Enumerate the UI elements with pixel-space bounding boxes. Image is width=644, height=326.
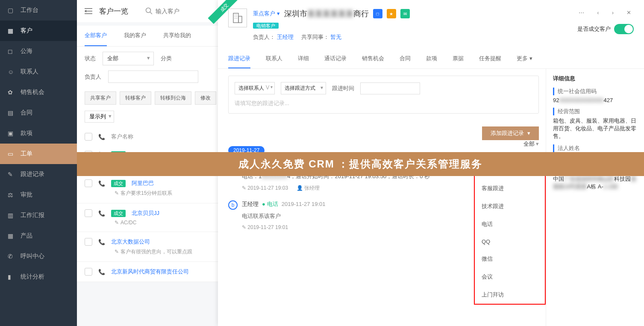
bag-icon: ✿ [8, 89, 15, 96]
row-checkbox[interactable] [85, 179, 92, 187]
svg-rect-1 [233, 13, 238, 23]
tab-more[interactable]: 更多 ▾ [517, 50, 532, 68]
row-checkbox[interactable] [85, 238, 92, 246]
edit-icon: ✎ [242, 185, 246, 191]
action-btn-2[interactable]: ★ [387, 9, 396, 18]
filter-status-label: 状态 [85, 55, 96, 62]
sidebar-item-analytics[interactable]: ▮统计分析 [0, 267, 77, 287]
sidebar-item-payment[interactable]: ▣款项 [0, 123, 77, 144]
sidebar-item-customer[interactable]: ▦客户 [0, 21, 77, 41]
tab-calllog[interactable]: 通话记录 [324, 50, 347, 68]
filter-owner-label: 负责人 [85, 73, 101, 81]
deal-toggle[interactable] [614, 24, 634, 34]
sidebar-item-contract[interactable]: ▤合同 [0, 103, 77, 123]
side-detail-panel: 详细信息 统一社会信用码 92XXXXXXXXXXXX427 经营范围 箱包、皮… [546, 69, 644, 326]
add-followup-button[interactable]: 添加跟进记录 [482, 126, 539, 140]
sidebar-item-product[interactable]: ▦产品 [0, 226, 77, 246]
phone-icon[interactable]: 📞 [98, 239, 105, 245]
row-checkbox[interactable] [85, 268, 92, 276]
sidebar-item-followup[interactable]: ✎跟进记录 [0, 164, 77, 185]
row-checkbox[interactable] [85, 209, 92, 217]
tab-followup[interactable]: 跟进记录 [228, 50, 250, 68]
customer-link[interactable]: 阿里巴巴 [132, 179, 154, 187]
select-all-checkbox[interactable] [85, 133, 92, 141]
sidebar-item-pool[interactable]: ◻公海 [0, 41, 77, 62]
dropdown-item[interactable]: 会议 [475, 268, 545, 286]
tab-opportunity[interactable]: 销售机会 [362, 50, 384, 68]
scale-icon: ⚖ [8, 191, 15, 198]
customer-link[interactable]: 北京大数据公司 [111, 238, 150, 246]
followup-type-dropdown: 全部 客服跟进 技术跟进 电话 QQ 微信 会议 上门拜访 [474, 161, 546, 305]
edit-icon: ✎ [242, 224, 246, 230]
tab-all[interactable]: 全部客户 [85, 26, 107, 46]
tab-task[interactable]: 任务提醒 [479, 50, 501, 68]
note-icon: ✎ [8, 171, 15, 178]
sidebar-item-contacts[interactable]: ☺联系人 [0, 62, 77, 82]
important-customer-tag[interactable]: 重点客户 ▾ [253, 10, 280, 18]
edit-icon: ✎ [115, 220, 119, 226]
ticket-icon: ▭ [8, 150, 15, 157]
timeline-filter-all[interactable]: 全部 [523, 140, 539, 148]
tab-payment[interactable]: 款项 [426, 50, 437, 68]
search-icon[interactable] [145, 7, 153, 15]
tab-mine[interactable]: 我的客户 [124, 26, 146, 46]
svg-rect-2 [238, 16, 242, 23]
filter-status-select[interactable]: 全部 [103, 52, 154, 65]
select-method[interactable]: 选择跟进方式 [281, 82, 326, 94]
show-columns-button[interactable]: 显示列 [85, 111, 114, 123]
dropdown-item[interactable]: 客服跟进 [475, 179, 545, 197]
action-transfer[interactable]: 转移客户 [120, 91, 151, 105]
collapse-sidebar-icon[interactable] [85, 8, 92, 14]
report-icon: ▥ [8, 212, 15, 219]
sidebar-item-approval[interactable]: ⚖审批 [0, 185, 77, 205]
dropdown-item[interactable]: QQ [475, 233, 545, 250]
phone-icon[interactable]: 📞 [98, 180, 105, 187]
follow-textarea[interactable]: 请填写您的跟进记录... [235, 100, 532, 107]
action-share[interactable]: 共享客户 [85, 91, 116, 105]
column-customer-name[interactable]: 客户名称 [111, 133, 133, 141]
next-icon[interactable]: › [609, 9, 616, 17]
legal-name-label: 法人姓名 [553, 144, 637, 152]
tab-invoice[interactable]: 票据 [453, 50, 464, 68]
grid-icon: ▦ [8, 232, 15, 239]
close-icon[interactable]: ✕ [624, 9, 634, 17]
edit-icon: ✎ [115, 190, 119, 196]
action-modify[interactable]: 修改 [195, 91, 216, 105]
sidebar-item-opportunity[interactable]: ✿销售机会 [0, 82, 77, 103]
tab-contacts[interactable]: 联系人 [266, 50, 282, 68]
filter-owner-input[interactable] [108, 70, 198, 83]
sidebar-item-workbench[interactable]: ▢工作台 [0, 0, 77, 21]
phone-icon[interactable]: 📞 [98, 210, 105, 217]
prev-icon[interactable]: ‹ [594, 9, 601, 17]
customer-link[interactable]: 北京新风时代商贸有限责任公司 [111, 268, 189, 276]
phone-icon[interactable]: 📞 [98, 269, 105, 275]
building-icon: ▦ [8, 27, 15, 34]
phone-icon: ✆ [8, 253, 15, 260]
owner-label: 负责人： [253, 34, 275, 40]
follow-time-input[interactable] [360, 82, 420, 94]
share-value[interactable]: 暂无 [330, 34, 341, 40]
action-btn-1[interactable]: □ [373, 9, 382, 18]
owner-link[interactable]: 王经理 [277, 34, 294, 40]
dropdown-item[interactable]: 上门拜访 [475, 286, 545, 304]
dropdown-item[interactable]: 微信 [475, 250, 545, 268]
select-contact[interactable]: 选择联系人 [235, 82, 275, 94]
avatar-icon: b [228, 200, 238, 210]
status-badge: 成交 [111, 180, 126, 187]
tab-contract[interactable]: 合同 [400, 50, 411, 68]
dropdown-item[interactable]: 电话 [475, 215, 545, 233]
sidebar-item-report[interactable]: ▥工作汇报 [0, 205, 77, 226]
sidebar-item-callcenter[interactable]: ✆呼叫中心 [0, 246, 77, 267]
tab-detail[interactable]: 详细 [298, 50, 309, 68]
tab-shared[interactable]: 共享给我的 [163, 26, 191, 46]
action-btn-3[interactable]: ✉ [400, 9, 410, 18]
customer-link[interactable]: 北京贝贝JJ [132, 209, 159, 217]
scope-value: 箱包、皮具、服装、家用电器、日用百货、化妆品、电子产品批发零售。 [553, 117, 637, 140]
dropdown-item[interactable]: 技术跟进 [475, 197, 545, 215]
action-to-pool[interactable]: 转移到公海 [155, 91, 191, 105]
sidebar-item-ticket[interactable]: ▭工单 [0, 144, 77, 164]
follow-compose-box: 选择联系人 选择跟进方式 跟进时间 请填写您的跟进记录... [228, 76, 539, 114]
box-icon: ◻ [8, 48, 15, 55]
credit-code-label: 统一社会信用码 [553, 88, 637, 95]
more-icon[interactable]: ⋯ [576, 9, 587, 17]
